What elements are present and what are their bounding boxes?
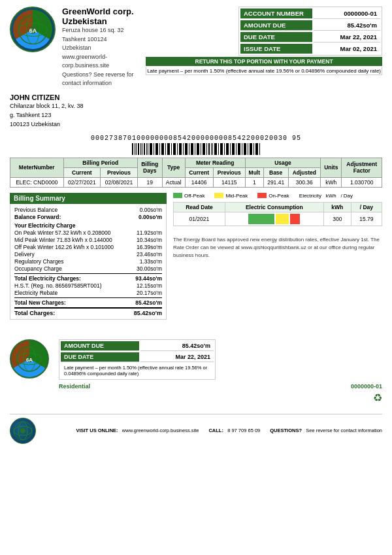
bottom-late-note-row: Late payment – per month 1.50% (effectiv… xyxy=(61,363,214,378)
hst-row: H.S.T. (Reg. no. 865697585RT001) 12.15so… xyxy=(14,282,162,289)
col-meter-number: MeterNumber xyxy=(10,158,64,177)
legend-onpeak: On-Peak xyxy=(257,193,289,199)
meter-type: Actual xyxy=(162,177,185,187)
bottom-amount-due-label: AMOUNT DUE xyxy=(61,341,139,351)
logo-inner: 6A xyxy=(13,10,52,49)
meter-adjusted: 300.36 xyxy=(288,177,321,187)
charge-value-3: 23.46so'm xyxy=(137,251,162,258)
onpeak-bar xyxy=(290,214,300,224)
barcode-text: 0002738701000000008542000000008542200020… xyxy=(10,135,382,142)
total-new-label: Total New Charges: xyxy=(14,299,66,306)
consumption-header-row: Read Date Electric Consumption kWh / Day xyxy=(174,202,382,212)
footer-visit-label: VISIT US ONLINE: www.greenworld-corp.bus… xyxy=(76,428,199,433)
col-previous-date: Previous xyxy=(101,167,138,177)
customer-name: JOHN CITIZEN xyxy=(10,93,382,101)
col-meter-reading: Meter Reading xyxy=(185,158,245,167)
billing-divider xyxy=(14,273,162,274)
previous-balance-row: Previous Balance 0.00so'm xyxy=(14,207,162,213)
meter-factor: 1.030700 xyxy=(342,177,382,187)
read-date: 01/2021 xyxy=(174,212,225,226)
consumption-table: Read Date Electric Consumption kWh / Day… xyxy=(173,202,382,226)
midpeak-label: Mid-Peak xyxy=(225,193,248,199)
meter-previous-read: 14115 xyxy=(213,177,245,187)
account-table: ACCOUNT NUMBER 0000000-01 AMOUNT DUE 85.… xyxy=(238,7,382,56)
electricity-label: Electricity xyxy=(299,193,321,199)
charge-value-0: 11.92so'm xyxy=(137,229,162,236)
kwh-unit: kWh xyxy=(326,193,336,199)
header: 6A GreenWorld corp. Uzbekistan Feruza ho… xyxy=(10,7,382,88)
charge-value-5: 30.00so'm xyxy=(137,265,162,272)
recycle-icon: ♻ xyxy=(373,392,382,403)
col-per-day: / Day xyxy=(351,202,382,212)
charge-row-4: Regulatory Charges 1.33so'm xyxy=(14,258,162,265)
company-name: GreenWorld corp. Uzbekistan xyxy=(62,7,139,26)
meter-base: 291.41 xyxy=(263,177,288,187)
bottom-amount-due-value: 85.42so'm xyxy=(140,341,214,351)
electricity-header-row: Your Electricity Charge xyxy=(14,222,162,229)
account-info: ACCOUNT NUMBER 0000000-01 AMOUNT DUE 85.… xyxy=(146,7,382,88)
midpeak-legend-box xyxy=(214,193,223,198)
col-units: Units xyxy=(321,158,342,177)
account-number-label: ACCOUNT NUMBER xyxy=(240,8,312,19)
page: 6A GreenWorld corp. Uzbekistan Feruza ho… xyxy=(0,0,392,450)
legend-midpeak: Mid-Peak xyxy=(214,193,248,199)
company-website: www.greenworld-corp.business.site xyxy=(62,53,139,71)
offpeak-legend-box xyxy=(173,193,182,198)
company-info: GreenWorld corp. Uzbekistan Feruza house… xyxy=(62,7,139,88)
bottom-half: Billing Summary Previous Balance 0.00so'… xyxy=(10,193,382,320)
per-day-value: 15.79 xyxy=(351,212,382,226)
charge-label-4: Regulatory Charges xyxy=(14,258,64,265)
footer-call-container: CALL: 8 97 709 65 09 xyxy=(208,428,260,433)
svg-text:6A: 6A xyxy=(26,357,33,363)
customer-address2: g. Tashkent 123 xyxy=(10,110,382,120)
charge-row-3: Delivery 23.46so'm xyxy=(14,251,162,258)
company-details: Feruza house 16 sq. 32 Tashkent 100124 U… xyxy=(62,26,139,88)
col-billing-days: BillingDays xyxy=(137,158,162,177)
bottom-due-date-value: Mar 22, 2021 xyxy=(140,352,214,362)
col-read-date: Read Date xyxy=(174,202,225,212)
billing-summary: Billing Summary Previous Balance 0.00so'… xyxy=(10,193,167,320)
notice-text: The Energy Board has approved new energy… xyxy=(173,236,382,260)
footer-questions-container: QUESTIONS? See reverse for contact infor… xyxy=(270,428,382,433)
col-mult: Mult xyxy=(245,167,263,177)
electricity-header-label: Your Electricity Charge xyxy=(14,222,75,229)
kwh-label-header: Electricity kWh / Day xyxy=(299,193,353,199)
amount-due-label: AMOUNT DUE xyxy=(240,20,312,31)
total-charges-row: Total Charges: 85.42so'm xyxy=(14,307,162,316)
bottom-amount-due-row: AMOUNT DUE 85.42so'm xyxy=(61,341,214,351)
bottom-right: AMOUNT DUE 85.42so'm DUE DATE Mar 22, 20… xyxy=(59,339,382,404)
billing-divider2 xyxy=(14,297,162,298)
account-number-value: 0000000-01 xyxy=(314,8,380,19)
footer-logo-small xyxy=(10,418,36,444)
right-panel: Off-Peak Mid-Peak On-Peak Electricity kW… xyxy=(173,193,382,320)
notice-section: The Energy Board has approved new energy… xyxy=(173,236,382,260)
charge-label-2: Off Peak Winter 162.26 kWh x 0.101000 xyxy=(14,244,114,250)
col-kwh: kWh xyxy=(323,202,351,212)
meter-mult: 1 xyxy=(245,177,263,187)
total-charges-label: Total Charges: xyxy=(14,310,55,316)
return-banner: RETURN THIS TOP PORTION WITH YOUR PAYMEN… xyxy=(146,57,382,66)
total-electricity-value: 93.44so'm xyxy=(135,275,162,282)
meter-current-date: 02/27/2021 xyxy=(63,177,101,187)
per-day-label: / Day xyxy=(340,193,353,199)
svg-text:6A: 6A xyxy=(29,27,37,34)
consumption-header: Off-Peak Mid-Peak On-Peak Electricity kW… xyxy=(173,193,382,199)
hst-value: 12.15so'm xyxy=(137,282,162,289)
footer-questions-text: See reverse for contact information xyxy=(306,428,382,433)
company-address2: Tashkent 100124 xyxy=(62,35,139,44)
amount-due-value: 85.42so'm xyxy=(314,20,380,31)
col-adjustment: AdjustmentFactor xyxy=(342,158,382,177)
legend-offpeak: Off-Peak xyxy=(173,193,204,199)
meter-units: kWh xyxy=(321,177,342,187)
bottom-logo-inner: 6A xyxy=(11,339,48,378)
bottom-account-number: 0000000-01 xyxy=(351,383,382,390)
charge-row-1: Mid Peak Winter 71.83 kWh x 0.144000 10.… xyxy=(14,237,162,243)
charge-row-0: On Peak Winter 57.32 kWh x 0.208000 11.9… xyxy=(14,229,162,236)
issue-date-label: ISSUE DATE xyxy=(240,44,312,54)
previous-balance-value: 0.00so'm xyxy=(140,207,162,213)
residential-label: Residential xyxy=(59,383,90,390)
customer-address: Chilanzar block 11, 2, kv. 38 g. Tashken… xyxy=(10,101,382,129)
rebate-row: Electricity Rebate 20.17so'm xyxy=(14,290,162,296)
footer-website: www.greenworld-corp.business.site xyxy=(122,428,199,433)
charge-label-3: Delivery xyxy=(14,251,35,258)
